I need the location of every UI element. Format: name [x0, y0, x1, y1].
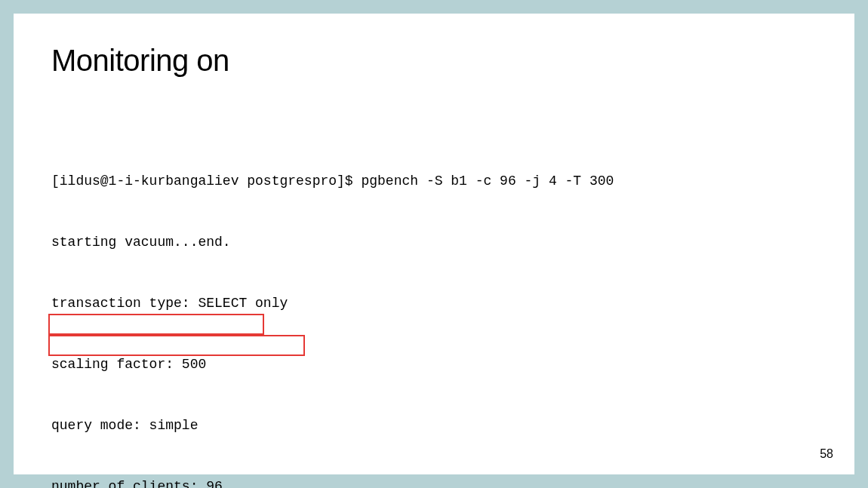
slide: Monitoring on [ildus@1-i-kurbangaliev po… [14, 14, 854, 474]
terminal-output: [ildus@1-i-kurbangaliev postgrespro]$ pg… [51, 130, 817, 488]
page-number: 58 [820, 447, 833, 461]
terminal-line: query mode: simple [51, 416, 817, 436]
slide-title: Monitoring on [51, 44, 817, 78]
terminal-line: number of clients: 96 [51, 477, 817, 488]
terminal-line: transaction type: SELECT only [51, 293, 817, 314]
terminal-line: starting vacuum...end. [51, 232, 817, 253]
highlight-box-tps [48, 335, 305, 356]
highlight-box-latency [48, 314, 264, 335]
terminal-line: [ildus@1-i-kurbangaliev postgrespro]$ pg… [51, 171, 817, 192]
terminal-line: scaling factor: 500 [51, 354, 817, 375]
